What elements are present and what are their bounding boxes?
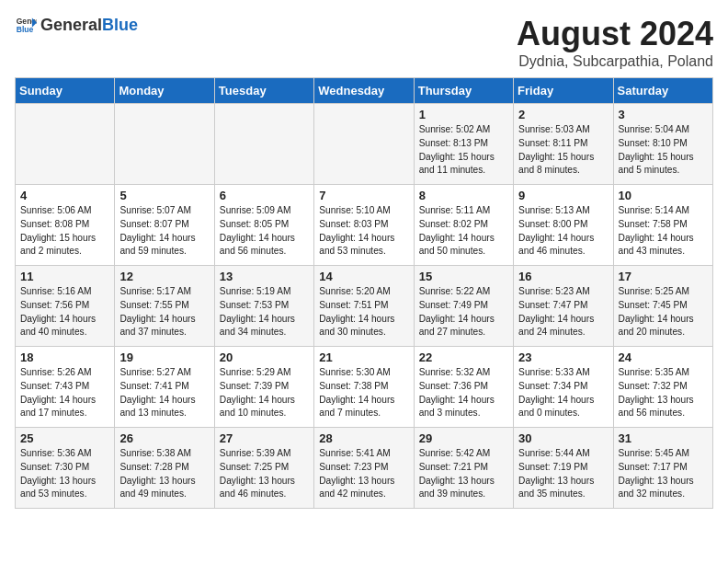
calendar-cell: 26Sunrise: 5:38 AM Sunset: 7:28 PM Dayli… [115, 428, 214, 509]
calendar-cell: 13Sunrise: 5:19 AM Sunset: 7:53 PM Dayli… [214, 266, 313, 347]
day-number: 3 [619, 108, 708, 121]
month-year: August 2024 [517, 15, 713, 53]
day-info: Sunrise: 5:19 AM Sunset: 7:53 PM Dayligh… [220, 285, 309, 339]
day-number: 22 [419, 350, 508, 364]
calendar-week-row: 25Sunrise: 5:36 AM Sunset: 7:30 PM Dayli… [16, 428, 713, 509]
day-number: 26 [119, 431, 209, 445]
day-info: Sunrise: 5:33 AM Sunset: 7:34 PM Dayligh… [518, 366, 608, 420]
day-info: Sunrise: 5:11 AM Sunset: 8:02 PM Dayligh… [419, 204, 508, 259]
day-info: Sunrise: 5:23 AM Sunset: 7:47 PM Dayligh… [518, 285, 608, 339]
calendar-week-row: 4Sunrise: 5:06 AM Sunset: 8:08 PM Daylig… [16, 185, 713, 266]
calendar-cell [214, 104, 313, 185]
day-number: 5 [119, 189, 209, 202]
calendar-week-row: 11Sunrise: 5:16 AM Sunset: 7:56 PM Dayli… [16, 266, 713, 347]
day-number: 1 [419, 108, 508, 121]
calendar-cell: 10Sunrise: 5:14 AM Sunset: 7:58 PM Dayli… [613, 185, 712, 266]
calendar-cell: 22Sunrise: 5:32 AM Sunset: 7:36 PM Dayli… [414, 347, 513, 428]
day-of-week-header: Wednesday [314, 78, 414, 104]
day-info: Sunrise: 5:25 AM Sunset: 7:45 PM Dayligh… [619, 285, 708, 339]
calendar-cell: 2Sunrise: 5:03 AM Sunset: 8:11 PM Daylig… [514, 104, 613, 185]
calendar-week-row: 1Sunrise: 5:02 AM Sunset: 8:13 PM Daylig… [16, 104, 713, 185]
calendar-cell: 30Sunrise: 5:44 AM Sunset: 7:19 PM Dayli… [514, 428, 613, 509]
svg-text:Blue: Blue [17, 25, 34, 34]
day-number: 13 [220, 270, 309, 283]
calendar-cell: 18Sunrise: 5:26 AM Sunset: 7:43 PM Dayli… [16, 347, 115, 428]
calendar-cell: 12Sunrise: 5:17 AM Sunset: 7:55 PM Dayli… [115, 266, 214, 347]
day-number: 17 [619, 270, 708, 283]
calendar-cell [115, 104, 214, 185]
day-info: Sunrise: 5:16 AM Sunset: 7:56 PM Dayligh… [20, 285, 109, 339]
calendar-cell: 9Sunrise: 5:13 AM Sunset: 8:00 PM Daylig… [514, 185, 613, 266]
calendar-cell: 27Sunrise: 5:39 AM Sunset: 7:25 PM Dayli… [214, 428, 313, 509]
calendar-cell: 20Sunrise: 5:29 AM Sunset: 7:39 PM Dayli… [214, 347, 313, 428]
header-row: SundayMondayTuesdayWednesdayThursdayFrid… [16, 78, 713, 104]
calendar-cell: 21Sunrise: 5:30 AM Sunset: 7:38 PM Dayli… [314, 347, 414, 428]
calendar-cell: 24Sunrise: 5:35 AM Sunset: 7:32 PM Dayli… [613, 347, 712, 428]
day-info: Sunrise: 5:45 AM Sunset: 7:17 PM Dayligh… [619, 447, 708, 501]
calendar-table: SundayMondayTuesdayWednesdayThursdayFrid… [15, 77, 713, 509]
day-info: Sunrise: 5:02 AM Sunset: 8:13 PM Dayligh… [419, 123, 508, 178]
day-info: Sunrise: 5:22 AM Sunset: 7:49 PM Dayligh… [419, 285, 508, 339]
day-number: 29 [419, 431, 508, 445]
day-info: Sunrise: 5:39 AM Sunset: 7:25 PM Dayligh… [220, 447, 309, 501]
calendar-cell: 15Sunrise: 5:22 AM Sunset: 7:49 PM Dayli… [414, 266, 513, 347]
day-number: 25 [20, 431, 109, 445]
day-number: 11 [20, 270, 109, 283]
calendar-cell: 11Sunrise: 5:16 AM Sunset: 7:56 PM Dayli… [16, 266, 115, 347]
day-of-week-header: Sunday [16, 78, 115, 104]
day-number: 9 [518, 189, 608, 202]
day-number: 10 [619, 189, 708, 202]
day-of-week-header: Tuesday [214, 78, 313, 104]
day-number: 6 [220, 189, 309, 202]
calendar-cell: 29Sunrise: 5:42 AM Sunset: 7:21 PM Dayli… [414, 428, 513, 509]
day-info: Sunrise: 5:14 AM Sunset: 7:58 PM Dayligh… [619, 204, 708, 259]
day-info: Sunrise: 5:27 AM Sunset: 7:41 PM Dayligh… [119, 366, 209, 420]
calendar-week-row: 18Sunrise: 5:26 AM Sunset: 7:43 PM Dayli… [16, 347, 713, 428]
day-number: 12 [119, 270, 209, 283]
day-number: 2 [518, 108, 608, 121]
day-info: Sunrise: 5:29 AM Sunset: 7:39 PM Dayligh… [220, 366, 309, 420]
day-of-week-header: Monday [115, 78, 214, 104]
logo-general-text: General [40, 17, 102, 35]
day-info: Sunrise: 5:09 AM Sunset: 8:05 PM Dayligh… [220, 204, 309, 259]
day-number: 7 [319, 189, 408, 202]
calendar-cell [16, 104, 115, 185]
day-number: 16 [518, 270, 608, 283]
calendar-cell [314, 104, 414, 185]
logo-blue-text: Blue [102, 17, 138, 35]
day-number: 15 [419, 270, 508, 283]
day-number: 27 [220, 431, 309, 445]
location: Dydnia, Subcarpathia, Poland [517, 53, 713, 70]
day-number: 19 [119, 350, 209, 364]
header: General Blue GeneralBlue August 2024 Dyd… [15, 15, 713, 70]
day-number: 8 [419, 189, 508, 202]
calendar-cell: 16Sunrise: 5:23 AM Sunset: 7:47 PM Dayli… [514, 266, 613, 347]
calendar-cell: 31Sunrise: 5:45 AM Sunset: 7:17 PM Dayli… [613, 428, 712, 509]
day-number: 30 [518, 431, 608, 445]
day-info: Sunrise: 5:13 AM Sunset: 8:00 PM Dayligh… [518, 204, 608, 259]
calendar-cell: 4Sunrise: 5:06 AM Sunset: 8:08 PM Daylig… [16, 185, 115, 266]
day-info: Sunrise: 5:30 AM Sunset: 7:38 PM Dayligh… [319, 366, 408, 420]
day-info: Sunrise: 5:36 AM Sunset: 7:30 PM Dayligh… [20, 447, 109, 501]
day-info: Sunrise: 5:32 AM Sunset: 7:36 PM Dayligh… [419, 366, 508, 420]
day-number: 24 [619, 350, 708, 364]
day-number: 14 [319, 270, 408, 283]
day-info: Sunrise: 5:41 AM Sunset: 7:23 PM Dayligh… [319, 447, 408, 501]
day-of-week-header: Thursday [414, 78, 513, 104]
day-info: Sunrise: 5:07 AM Sunset: 8:07 PM Dayligh… [119, 204, 209, 259]
day-number: 18 [20, 350, 109, 364]
calendar-cell: 7Sunrise: 5:10 AM Sunset: 8:03 PM Daylig… [314, 185, 414, 266]
calendar-cell: 1Sunrise: 5:02 AM Sunset: 8:13 PM Daylig… [414, 104, 513, 185]
day-info: Sunrise: 5:04 AM Sunset: 8:10 PM Dayligh… [619, 123, 708, 178]
calendar-cell: 14Sunrise: 5:20 AM Sunset: 7:51 PM Dayli… [314, 266, 414, 347]
calendar-cell: 28Sunrise: 5:41 AM Sunset: 7:23 PM Dayli… [314, 428, 414, 509]
logo-icon: General Blue [15, 15, 37, 37]
day-info: Sunrise: 5:26 AM Sunset: 7:43 PM Dayligh… [20, 366, 109, 420]
day-number: 20 [220, 350, 309, 364]
day-number: 4 [20, 189, 109, 202]
day-number: 21 [319, 350, 408, 364]
calendar-cell: 19Sunrise: 5:27 AM Sunset: 7:41 PM Dayli… [115, 347, 214, 428]
calendar-cell: 25Sunrise: 5:36 AM Sunset: 7:30 PM Dayli… [16, 428, 115, 509]
day-info: Sunrise: 5:10 AM Sunset: 8:03 PM Dayligh… [319, 204, 408, 259]
logo: General Blue GeneralBlue [15, 15, 138, 37]
